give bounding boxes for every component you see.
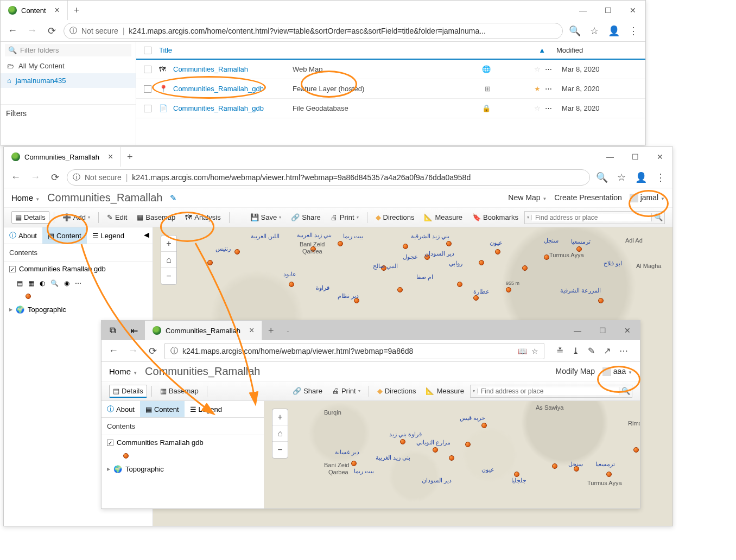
map-point[interactable] — [576, 246, 582, 252]
new-tab-button[interactable]: + — [68, 5, 85, 16]
map-point[interactable] — [479, 260, 484, 265]
basemap-item[interactable]: ▶🌍Topographic — [4, 302, 153, 317]
map-point[interactable] — [338, 241, 343, 246]
legend-tool-icon[interactable]: ▤ — [17, 279, 23, 287]
row-checkbox[interactable] — [144, 85, 151, 93]
url-box[interactable]: ⓘ Not secure | k241.maps.arcgis.com/home… — [67, 169, 590, 186]
map-point[interactable] — [514, 472, 519, 477]
about-tab[interactable]: ⓘAbout — [4, 227, 42, 244]
layer-checkbox[interactable] — [107, 440, 113, 446]
table-row[interactable]: 📄 Communities_Ramallah_gdb File Geodatab… — [136, 99, 645, 118]
measure-button[interactable]: 📐Measure — [422, 385, 468, 397]
col-modified[interactable]: Modified — [556, 46, 638, 54]
new-tab-button[interactable]: + — [262, 325, 280, 336]
map-point[interactable] — [522, 265, 528, 271]
home-link[interactable]: Home ▼ — [109, 367, 137, 376]
content-tab[interactable]: ▤Content — [140, 401, 185, 417]
map-point[interactable] — [234, 249, 240, 254]
edit-button[interactable]: ✎Edit — [103, 211, 131, 224]
url-box[interactable]: ⓘ k241.maps.arcgis.com/home/webmap/viewe… — [164, 343, 544, 359]
map-point[interactable] — [598, 298, 604, 303]
zoom-in-button[interactable]: + — [272, 409, 288, 425]
zoom-out-button[interactable]: − — [272, 442, 288, 458]
menu-icon[interactable]: ⋮ — [653, 170, 668, 185]
map-point[interactable] — [495, 249, 500, 254]
map-point[interactable] — [465, 442, 471, 447]
more-icon[interactable]: ⋯ — [545, 85, 552, 93]
browser-tab[interactable]: Communities_Ramallah × — [145, 321, 262, 340]
search-input[interactable] — [532, 214, 651, 221]
user-folder[interactable]: ⌂jamalnuman435 — [1, 73, 136, 88]
basemap-item[interactable]: ▶🌍Topographic — [101, 462, 264, 476]
share-button[interactable]: 🔗Share — [287, 211, 325, 224]
bookmarks-button[interactable]: 🔖Bookmarks — [468, 211, 522, 224]
maximize-button[interactable]: ☐ — [623, 147, 648, 167]
chevron-down-icon[interactable]: ⌄ — [280, 328, 296, 333]
edit-title-icon[interactable]: ✎ — [170, 193, 177, 203]
map-point[interactable] — [403, 244, 408, 249]
table-row[interactable]: 📍 Communities_Ramallah_gdb Feature Layer… — [136, 79, 645, 99]
print-button[interactable]: 🖨Print ▾ — [328, 385, 364, 397]
map-point[interactable] — [397, 287, 403, 292]
share-button[interactable]: 🔗Share — [289, 385, 326, 397]
search-icon[interactable]: 🔍 — [619, 387, 632, 395]
map-point[interactable] — [457, 282, 462, 287]
star-icon[interactable]: ☆ — [531, 347, 538, 355]
filter-folders-input[interactable]: 🔍 Filter folders — [5, 44, 131, 56]
layer-checkbox[interactable] — [9, 266, 16, 272]
table-row[interactable]: 🗺 Communities_Ramallah Web Map 🌐 ☆ ⋯ Mar… — [136, 60, 645, 79]
new-map-link[interactable]: New Map ▼ — [508, 193, 547, 202]
more-icon[interactable]: ⋯ — [545, 104, 552, 112]
zoom-icon[interactable]: 🔍 — [594, 170, 610, 185]
close-button[interactable]: ✕ — [615, 321, 640, 340]
map-point[interactable] — [633, 447, 639, 453]
filter-tool-icon[interactable]: 🔍 — [50, 279, 59, 287]
minimize-button[interactable]: — — [565, 321, 590, 340]
search-dropdown[interactable]: ▾ — [525, 215, 532, 220]
map-point[interactable] — [481, 423, 487, 428]
search-input[interactable] — [478, 387, 619, 395]
map-point[interactable] — [351, 461, 357, 466]
home-extent-button[interactable]: ⌂ — [161, 252, 176, 268]
about-tab[interactable]: ⓘAbout — [101, 401, 140, 417]
add-button[interactable]: ➕Add ▾ — [59, 211, 94, 224]
layer-item[interactable]: Communities Ramallah gdb — [101, 435, 264, 450]
maximize-button[interactable]: ☐ — [590, 321, 615, 340]
directions-button[interactable]: ◆Directions — [373, 385, 420, 397]
share-page-icon[interactable]: ↗ — [604, 346, 611, 356]
create-presentation-link[interactable]: Create Presentation — [554, 193, 622, 202]
set-aside-icon[interactable]: ⇤ — [123, 326, 145, 336]
layer-item[interactable]: Communities Ramallah gdb — [4, 262, 153, 276]
maximize-button[interactable]: ☐ — [595, 1, 620, 20]
menu-icon[interactable]: ⋮ — [626, 23, 641, 39]
notes-icon[interactable]: ✎ — [588, 346, 595, 356]
search-box[interactable]: ▾ 🔍 — [524, 211, 665, 224]
map-point[interactable] — [289, 282, 294, 287]
search-icon[interactable]: 🔍 — [651, 213, 664, 221]
map-point[interactable] — [544, 254, 549, 260]
measure-button[interactable]: 📐Measure — [420, 211, 466, 224]
more-icon[interactable]: ⋯ — [619, 346, 628, 356]
back-button[interactable]: ← — [5, 23, 20, 39]
browser-tab[interactable]: Communities_Ramallah × — [4, 147, 121, 167]
back-button[interactable]: ← — [8, 170, 23, 185]
reload-button[interactable]: ⟳ — [44, 23, 59, 39]
map-point[interactable] — [400, 439, 405, 444]
details-button[interactable]: ▤Details — [11, 211, 49, 224]
minimize-button[interactable]: — — [570, 1, 595, 20]
map-point[interactable] — [446, 241, 452, 246]
map-point[interactable] — [433, 447, 438, 453]
select-all-checkbox[interactable] — [144, 47, 151, 54]
star-toggle[interactable]: ★ — [534, 85, 541, 93]
legend-tab[interactable]: ☰Legend — [87, 227, 130, 244]
forward-button[interactable]: → — [28, 170, 43, 185]
map-canvas[interactable]: + ⌂ − قراوة بني زيد خربة قيس مزارع النوب… — [264, 401, 640, 508]
reload-button[interactable]: ⟳ — [145, 343, 160, 359]
new-tab-button[interactable]: + — [121, 151, 138, 163]
reading-icon[interactable]: 📖 — [518, 347, 527, 355]
cluster-tool-icon[interactable]: ◉ — [64, 279, 69, 287]
save-button[interactable]: 💾Save ▾ — [246, 211, 285, 224]
zoom-in-button[interactable]: + — [161, 236, 176, 252]
map-point[interactable] — [606, 472, 612, 477]
print-button[interactable]: 🖨Print ▾ — [327, 211, 363, 224]
